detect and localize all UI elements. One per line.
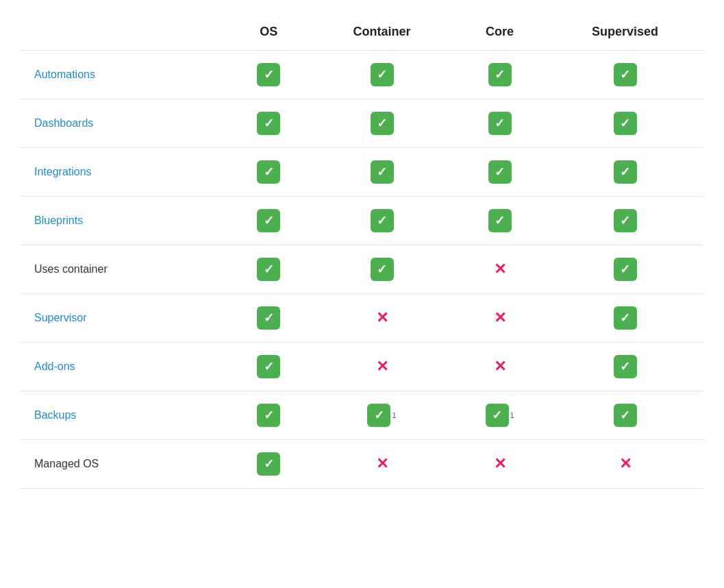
core-cell: ✕	[453, 440, 547, 489]
container-cell: ✕	[311, 294, 453, 343]
feature-cell[interactable]: Backups	[21, 391, 227, 440]
container-cell: ✓	[311, 197, 453, 245]
cross-icon: ✕	[488, 306, 512, 330]
check-icon: ✓	[257, 63, 280, 86]
check-icon: ✓	[614, 355, 637, 378]
check-icon: ✓	[257, 355, 280, 378]
supervised-cell: ✓	[547, 294, 703, 343]
cross-icon: ✕	[371, 306, 394, 330]
feature-text: Managed OS	[34, 458, 99, 469]
cross-icon: ✕	[488, 258, 512, 281]
feature-link[interactable]: Backups	[34, 409, 76, 421]
os-cell: ✓	[227, 51, 312, 99]
os-cell: ✓	[227, 391, 312, 440]
core-cell: ✓1	[453, 391, 547, 440]
os-cell: ✓	[227, 294, 312, 343]
container-cell: ✕	[311, 440, 453, 489]
os-cell: ✓	[227, 148, 312, 197]
check-icon: ✓	[614, 258, 637, 281]
core-cell: ✓	[453, 197, 547, 245]
check-icon: ✓	[257, 404, 280, 427]
table-row: Backups✓✓1✓1✓	[21, 391, 703, 440]
check-icon: ✓	[614, 209, 637, 232]
header-supervised: Supervised	[547, 14, 703, 51]
table-header-row: OS Container Core Supervised	[21, 14, 703, 51]
check-icon: ✓	[488, 63, 512, 86]
feature-cell[interactable]: Supervisor	[21, 294, 227, 343]
superscript-note: 1	[510, 411, 514, 419]
check-icon: ✓	[486, 404, 509, 427]
table-row: Supervisor✓✕✕✓	[21, 294, 703, 343]
check-icon: ✓	[371, 63, 394, 86]
feature-link[interactable]: Blueprints	[34, 215, 83, 226]
table-row: Managed OS✓✕✕✕	[21, 440, 703, 489]
feature-cell[interactable]: Blueprints	[21, 197, 227, 245]
feature-cell[interactable]: Automations	[21, 51, 227, 99]
core-cell: ✕	[453, 343, 547, 391]
supervised-cell: ✓	[547, 51, 703, 99]
table-row: Dashboards✓✓✓✓	[21, 99, 703, 148]
feature-cell[interactable]: Dashboards	[21, 99, 227, 148]
core-cell: ✓	[453, 51, 547, 99]
check-icon: ✓	[371, 258, 394, 281]
cross-icon: ✕	[371, 355, 394, 378]
header-container: Container	[311, 14, 453, 51]
supervised-cell: ✕	[547, 440, 703, 489]
container-cell: ✕	[311, 343, 453, 391]
feature-link[interactable]: Dashboards	[34, 117, 93, 129]
feature-link[interactable]: Supervisor	[34, 312, 86, 323]
feature-cell[interactable]: Integrations	[21, 148, 227, 197]
header-core: Core	[453, 14, 547, 51]
check-icon: ✓	[257, 112, 280, 135]
core-cell: ✕	[453, 245, 547, 294]
check-icon: ✓	[257, 160, 280, 184]
table-row: Blueprints✓✓✓✓	[21, 197, 703, 245]
check-icon: ✓	[371, 112, 394, 135]
table-row: Uses container✓✓✕✓	[21, 245, 703, 294]
os-cell: ✓	[227, 99, 312, 148]
cross-icon: ✕	[488, 452, 512, 476]
check-icon: ✓	[371, 160, 394, 184]
cross-icon: ✕	[614, 452, 637, 476]
check-icon: ✓	[257, 306, 280, 330]
table-row: Integrations✓✓✓✓	[21, 148, 703, 197]
os-cell: ✓	[227, 343, 312, 391]
check-icon: ✓	[488, 160, 512, 184]
feature-link[interactable]: Integrations	[34, 166, 92, 177]
container-cell: ✓1	[311, 391, 453, 440]
feature-link[interactable]: Automations	[34, 69, 95, 80]
supervised-cell: ✓	[547, 99, 703, 148]
container-cell: ✓	[311, 51, 453, 99]
supervised-cell: ✓	[547, 391, 703, 440]
os-cell: ✓	[227, 245, 312, 294]
check-icon: ✓	[257, 209, 280, 232]
check-icon: ✓	[488, 112, 512, 135]
core-cell: ✓	[453, 99, 547, 148]
supervised-cell: ✓	[547, 343, 703, 391]
check-icon: ✓	[614, 112, 637, 135]
header-feature	[21, 14, 227, 51]
check-icon: ✓	[257, 452, 280, 476]
check-icon: ✓	[614, 404, 637, 427]
feature-cell: Uses container	[21, 245, 227, 294]
check-icon: ✓	[614, 160, 637, 184]
supervised-cell: ✓	[547, 197, 703, 245]
core-cell: ✓	[453, 148, 547, 197]
container-cell: ✓	[311, 99, 453, 148]
feature-cell[interactable]: Add-ons	[21, 343, 227, 391]
supervised-cell: ✓	[547, 148, 703, 197]
feature-text: Uses container	[34, 263, 108, 275]
check-icon: ✓	[257, 258, 280, 281]
container-cell: ✓	[311, 148, 453, 197]
check-icon: ✓	[367, 404, 390, 427]
superscript-note: 1	[392, 411, 396, 419]
table-row: Automations✓✓✓✓	[21, 51, 703, 99]
os-cell: ✓	[227, 440, 312, 489]
cross-icon: ✕	[371, 452, 394, 476]
check-icon: ✓	[614, 63, 637, 86]
feature-link[interactable]: Add-ons	[34, 360, 75, 372]
container-cell: ✓	[311, 245, 453, 294]
comparison-table-container: OS Container Core Supervised Automations…	[0, 0, 724, 502]
feature-cell: Managed OS	[21, 440, 227, 489]
core-cell: ✕	[453, 294, 547, 343]
